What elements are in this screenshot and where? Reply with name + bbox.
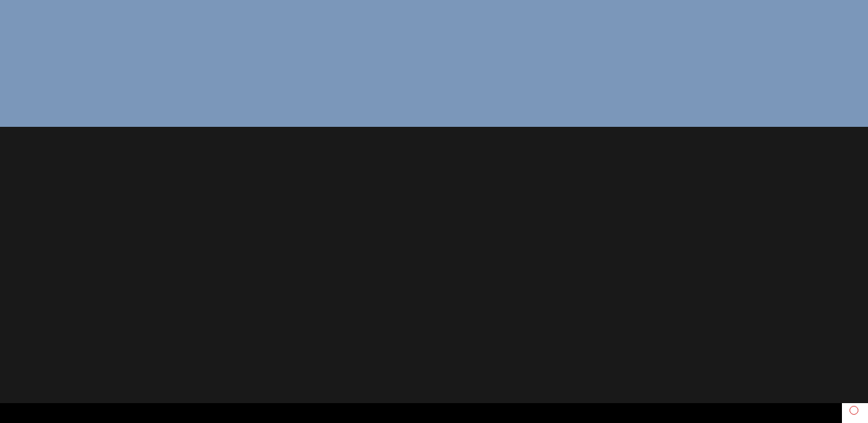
status-corner xyxy=(842,403,868,423)
y-axis-scale[interactable] xyxy=(841,0,868,403)
trading-chart-window xyxy=(0,0,868,423)
time-axis-ticks xyxy=(0,411,842,418)
clock-status-icon[interactable] xyxy=(849,406,858,415)
indicator-chart-canvas[interactable] xyxy=(0,0,841,127)
indicator-panel[interactable] xyxy=(0,0,868,127)
price-panel[interactable] xyxy=(0,127,868,403)
price-chart-canvas[interactable] xyxy=(0,127,841,403)
time-axis[interactable] xyxy=(0,403,842,423)
